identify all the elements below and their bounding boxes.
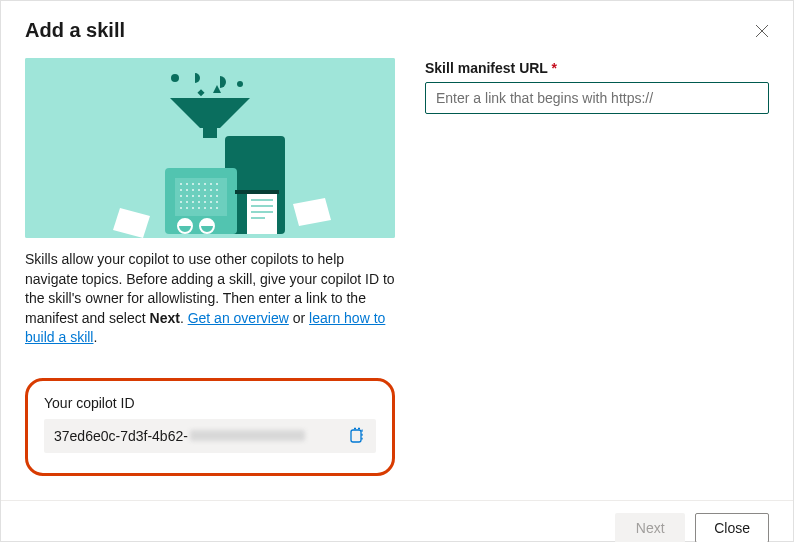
svg-point-27 <box>192 195 194 197</box>
copilot-id-label: Your copilot ID <box>44 395 376 411</box>
svg-point-38 <box>216 201 218 203</box>
svg-point-3 <box>171 74 179 82</box>
svg-point-36 <box>204 201 206 203</box>
overview-link[interactable]: Get an overview <box>188 310 289 326</box>
skill-description: Skills allow your copilot to use other c… <box>25 250 395 348</box>
svg-point-32 <box>180 201 182 203</box>
svg-point-19 <box>186 189 188 191</box>
desc-text-2: . <box>180 310 188 326</box>
svg-rect-56 <box>351 430 361 442</box>
copilot-id-visible: 37ed6e0c-7d3f-4b62- <box>54 428 188 444</box>
svg-rect-10 <box>175 178 227 216</box>
left-panel: Skills allow your copilot to use other c… <box>25 58 395 476</box>
desc-bold: Next <box>150 310 180 326</box>
svg-point-22 <box>204 189 206 191</box>
copilot-id-value: 37ed6e0c-7d3f-4b62- <box>54 428 305 444</box>
dialog-body: Skills allow your copilot to use other c… <box>1 50 793 500</box>
dialog-title: Add a skill <box>25 19 125 42</box>
copilot-id-field: 37ed6e0c-7d3f-4b62- <box>44 419 376 453</box>
svg-point-42 <box>198 207 200 209</box>
svg-point-39 <box>180 207 182 209</box>
desc-end: . <box>93 329 97 345</box>
svg-point-33 <box>186 201 188 203</box>
svg-point-31 <box>216 195 218 197</box>
svg-point-26 <box>186 195 188 197</box>
svg-point-30 <box>210 195 212 197</box>
svg-point-12 <box>186 183 188 185</box>
svg-point-14 <box>198 183 200 185</box>
svg-point-15 <box>204 183 206 185</box>
manifest-url-label-text: Skill manifest URL <box>425 60 548 76</box>
svg-point-18 <box>180 189 182 191</box>
svg-point-24 <box>216 189 218 191</box>
dialog-footer: Next Close <box>1 500 793 542</box>
svg-point-41 <box>192 207 194 209</box>
close-button[interactable]: Close <box>695 513 769 542</box>
svg-point-44 <box>210 207 212 209</box>
svg-point-11 <box>180 183 182 185</box>
manifest-url-input[interactable] <box>425 82 769 114</box>
required-indicator: * <box>552 60 557 76</box>
svg-point-4 <box>237 81 243 87</box>
next-button[interactable]: Next <box>615 513 685 542</box>
copilot-id-redacted <box>190 430 305 441</box>
svg-point-23 <box>210 189 212 191</box>
skill-illustration <box>25 58 395 238</box>
copy-icon[interactable] <box>348 427 366 445</box>
svg-point-40 <box>186 207 188 209</box>
svg-point-13 <box>192 183 194 185</box>
right-panel: Skill manifest URL * <box>425 58 769 476</box>
add-skill-dialog: Add a skill <box>0 0 794 542</box>
svg-point-43 <box>204 207 206 209</box>
manifest-url-label: Skill manifest URL * <box>425 60 769 76</box>
svg-point-16 <box>210 183 212 185</box>
dialog-header: Add a skill <box>1 1 793 50</box>
svg-rect-7 <box>203 126 217 138</box>
svg-point-20 <box>192 189 194 191</box>
svg-point-37 <box>210 201 212 203</box>
desc-or: or <box>289 310 309 326</box>
close-icon[interactable] <box>755 24 769 38</box>
svg-point-29 <box>204 195 206 197</box>
svg-point-21 <box>198 189 200 191</box>
svg-point-28 <box>198 195 200 197</box>
copilot-id-highlight: Your copilot ID 37ed6e0c-7d3f-4b62- <box>25 378 395 476</box>
svg-point-25 <box>180 195 182 197</box>
svg-rect-48 <box>235 190 279 194</box>
svg-point-45 <box>216 207 218 209</box>
svg-point-35 <box>198 201 200 203</box>
svg-point-34 <box>192 201 194 203</box>
svg-point-17 <box>216 183 218 185</box>
